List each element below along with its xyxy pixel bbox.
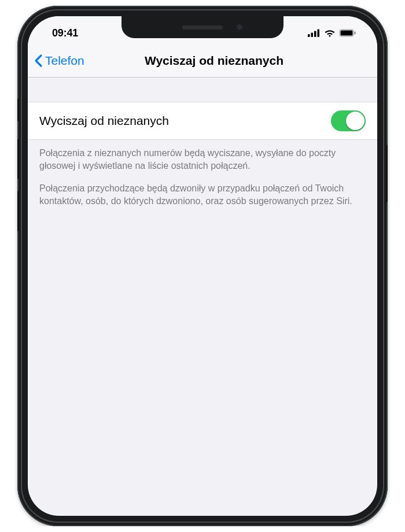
battery-icon	[339, 29, 356, 37]
chevron-left-icon	[34, 54, 43, 68]
cellular-icon	[308, 29, 321, 37]
mute-switch	[17, 98, 19, 121]
volume-up-button	[17, 139, 19, 179]
power-button	[386, 145, 388, 202]
content: Telefon Wyciszaj od nieznanych Wyciszaj …	[28, 44, 377, 516]
screen: 09:41	[28, 16, 377, 516]
svg-rect-7	[355, 32, 356, 35]
svg-rect-0	[308, 34, 310, 37]
notch	[122, 16, 284, 38]
svg-rect-1	[311, 33, 314, 38]
svg-rect-2	[314, 31, 316, 38]
status-icons	[308, 29, 356, 37]
phone-frame: 09:41	[17, 6, 388, 526]
nav-bar: Telefon Wyciszaj od nieznanych	[28, 44, 377, 77]
footer-paragraph-2: Połączenia przychodzące będą dzwoniły w …	[39, 182, 366, 207]
svg-point-4	[329, 35, 330, 36]
wifi-icon	[324, 29, 336, 37]
footer-paragraph-1: Połączenia z nieznanych numerów będą wyc…	[39, 147, 366, 172]
status-time: 09:41	[52, 27, 78, 39]
toggle-knob	[346, 112, 365, 130]
back-label: Telefon	[45, 54, 84, 68]
footer-description: Połączenia z nieznanych numerów będą wyc…	[28, 140, 377, 207]
front-camera	[236, 24, 243, 31]
silence-unknown-row: Wyciszaj od nieznanych	[28, 102, 377, 140]
back-button[interactable]: Telefon	[34, 54, 84, 68]
silence-unknown-toggle[interactable]	[331, 110, 366, 131]
svg-rect-3	[318, 29, 320, 38]
section-spacer	[28, 77, 377, 102]
speaker	[182, 25, 223, 29]
setting-label: Wyciszaj od nieznanych	[39, 114, 169, 128]
volume-down-button	[17, 191, 19, 231]
svg-rect-6	[341, 31, 353, 36]
